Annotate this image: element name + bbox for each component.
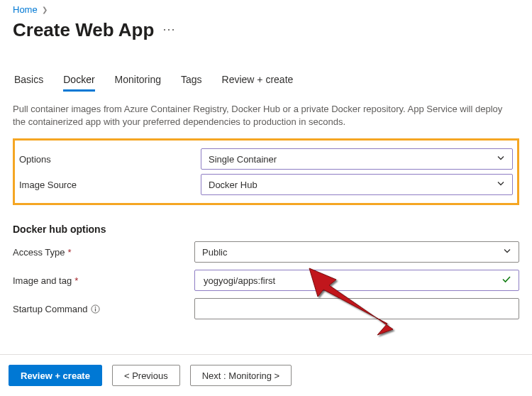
options-label: Options xyxy=(19,154,201,165)
chevron-right-icon: ❯ xyxy=(42,6,48,13)
image-tag-input-wrapper xyxy=(194,270,519,291)
image-source-select[interactable]: Docker Hub xyxy=(201,174,513,195)
previous-button[interactable]: < Previous xyxy=(112,365,180,386)
chevron-down-icon xyxy=(497,154,505,165)
required-indicator: * xyxy=(67,247,71,258)
access-type-select[interactable]: Public xyxy=(194,241,519,263)
tab-review-create[interactable]: Review + create xyxy=(222,74,294,92)
highlight-annotation: Options Single Container Image Source Do… xyxy=(13,138,519,205)
startup-command-label: Startup Command xyxy=(13,304,88,314)
chevron-down-icon xyxy=(497,180,505,190)
required-indicator: * xyxy=(74,275,78,286)
more-actions-button[interactable]: ··· xyxy=(162,23,175,35)
footer: Review + create < Previous Next : Monito… xyxy=(0,354,532,396)
info-icon[interactable] xyxy=(91,304,101,314)
image-source-value: Docker Hub xyxy=(209,180,257,190)
page-title: Create Web App xyxy=(13,19,154,41)
tab-tags[interactable]: Tags xyxy=(181,74,202,92)
image-tag-label: Image and tag xyxy=(13,275,72,286)
next-button[interactable]: Next : Monitoring > xyxy=(190,365,292,386)
docker-hub-options-header: Docker hub options xyxy=(13,224,519,235)
access-type-value: Public xyxy=(202,247,227,258)
svg-rect-2 xyxy=(95,308,96,311)
checkmark-icon xyxy=(501,275,511,287)
tab-docker[interactable]: Docker xyxy=(63,74,94,92)
access-type-label: Access Type xyxy=(13,247,65,258)
tabs: Basics Docker Monitoring Tags Review + c… xyxy=(13,74,519,92)
review-create-button[interactable]: Review + create xyxy=(9,365,102,386)
startup-command-input[interactable] xyxy=(202,303,497,315)
options-value: Single Container xyxy=(209,154,277,165)
tab-monitoring[interactable]: Monitoring xyxy=(115,74,161,92)
tab-description: Pull container images from Azure Contain… xyxy=(13,103,516,128)
chevron-down-icon xyxy=(503,247,511,258)
image-tag-input[interactable] xyxy=(202,275,497,287)
image-source-label: Image Source xyxy=(19,180,201,190)
startup-command-input-wrapper xyxy=(194,298,519,319)
options-select[interactable]: Single Container xyxy=(201,148,513,170)
tab-basics[interactable]: Basics xyxy=(14,74,43,92)
breadcrumb-home-link[interactable]: Home xyxy=(13,4,38,15)
svg-point-1 xyxy=(95,307,96,308)
breadcrumb: Home ❯ xyxy=(13,0,519,15)
